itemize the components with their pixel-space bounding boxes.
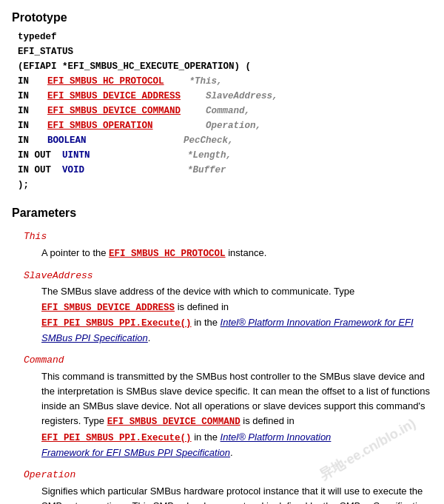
proto-close: ); (18, 178, 432, 192)
param-desc-this: A pointer to the EFI_SMBUS_HC_PROTOCOL i… (41, 246, 432, 261)
prototype-heading: Prototype (12, 9, 432, 27)
proto-dir-inout1: IN OUT (18, 148, 59, 163)
proto-row-slaveaddr: IN EFI_SMBUS_DEVICE_ADDRESS SlaveAddress… (18, 89, 432, 104)
param-this-after: instance. (226, 247, 267, 258)
proto-comment-buffer: *Buffer (87, 163, 226, 178)
param-name-operation: Operation (24, 468, 432, 483)
prototype-section: Prototype typedef EFI_STATUS (EFIAPI *EF… (12, 9, 432, 192)
parameters-heading: Parameters (12, 204, 432, 222)
param-name-this: This (24, 229, 432, 244)
param-this-link[interactable]: EFI_SMBUS_HC_PROTOCOL (109, 249, 226, 259)
proto-dir-in3: IN (18, 104, 44, 118)
param-desc-command: This command is transmitted by the SMBus… (41, 369, 432, 460)
param-slaveaddr-text2: is defined in (175, 301, 229, 312)
proto-signature: (EFIAPI *EFI_SMBUS_HC_EXECUTE_OPERATION)… (18, 59, 432, 74)
param-desc-slaveaddr: The SMBus slave address of the device wi… (41, 284, 432, 346)
proto-row-operation: IN EFI_SMBUS_OPERATION Operation, (18, 118, 432, 133)
proto-comment-length: *Length, (93, 148, 232, 163)
prototype-block: typedef EFI_STATUS (EFIAPI *EFI_SMBUS_HC… (18, 30, 432, 192)
proto-link-devicecmd[interactable]: EFI_SMBUS_DEVICE_COMMAND (47, 104, 181, 118)
param-command-text2: is defined in (240, 415, 295, 426)
proto-link-deviceaddr[interactable]: EFI_SMBUS_DEVICE_ADDRESS (47, 89, 181, 104)
proto-row-peccheck: IN BOOLEAN PecCheck, (18, 133, 432, 148)
proto-comment-operation: Operation, (156, 118, 262, 133)
param-name-slaveaddr: SlaveAddress (24, 269, 432, 283)
proto-comment-this: *This, (167, 74, 223, 89)
param-command-text4: . (230, 447, 233, 458)
proto-comment-command: Command, (184, 104, 250, 118)
proto-link-hcprotocol[interactable]: EFI_SMBUS_HC_PROTOCOL (47, 74, 164, 89)
proto-dir-in2: IN (18, 89, 44, 104)
param-slaveaddr-link1[interactable]: EFI_SMBUS_DEVICE_ADDRESS (41, 303, 175, 313)
param-slaveaddr-text3: in the (192, 317, 221, 328)
param-slaveaddr-text1: The SMBus slave address of the device wi… (41, 286, 354, 297)
param-command-text3: in the (192, 431, 221, 443)
proto-typedef: typedef (18, 30, 432, 44)
proto-dir-inout2: IN OUT (18, 163, 59, 178)
proto-type-uintn: UINTN (62, 148, 90, 163)
param-name-command: Command (24, 353, 432, 368)
proto-row-command: IN EFI_SMBUS_DEVICE_COMMAND Command, (18, 104, 432, 118)
param-command-link2[interactable]: EFI_PEI_SMBUS_PPI.Execute() (41, 433, 192, 443)
param-command-link1[interactable]: EFI_SMBUS_DEVICE_COMMAND (107, 417, 240, 427)
proto-comment-peccheck: PecCheck, (90, 133, 234, 148)
proto-dir-in1: IN (18, 74, 44, 89)
proto-link-operation[interactable]: EFI_SMBUS_OPERATION (47, 118, 153, 133)
proto-status: EFI_STATUS (18, 44, 432, 59)
param-this-before: A pointer to the (41, 247, 109, 258)
proto-dir-in5: IN (18, 133, 44, 148)
proto-type-boolean: BOOLEAN (47, 133, 87, 148)
param-slaveaddr-link2[interactable]: EFI_PEI_SMBUS_PPI.Execute() (41, 318, 192, 329)
proto-comment-slaveaddr: SlaveAddress, (184, 89, 278, 104)
param-desc-operation: Signifies which particular SMBus hardwar… (41, 484, 432, 504)
param-operation-italic: SMBus Specification (339, 500, 427, 504)
proto-dir-in4: IN (18, 118, 44, 133)
proto-row-length: IN OUT UINTN *Length, (18, 148, 432, 163)
param-slaveaddr-text4: . (148, 332, 151, 343)
proto-row-buffer: IN OUT VOID *Buffer (18, 163, 432, 178)
proto-row-this: IN EFI_SMBUS_HC_PROTOCOL *This, (18, 74, 432, 89)
parameters-section: Parameters This A pointer to the EFI_SMB… (12, 204, 432, 504)
proto-type-void: VOID (62, 163, 84, 178)
